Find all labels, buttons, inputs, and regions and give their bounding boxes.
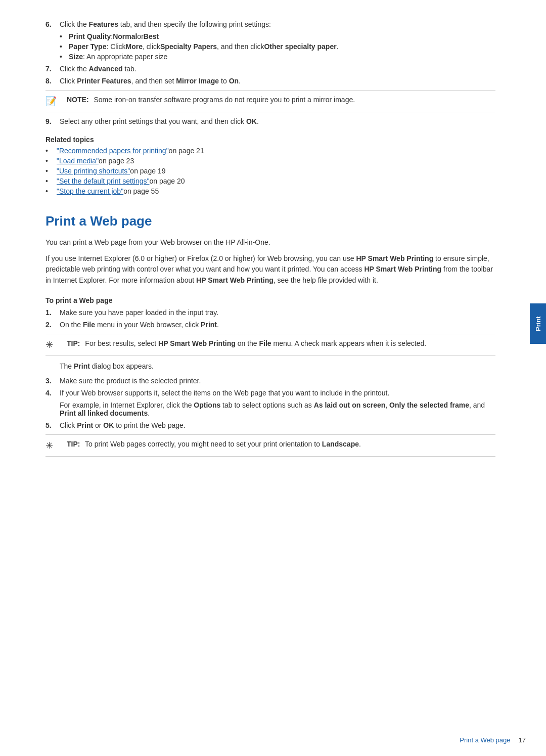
hp-smart-bold-3: HP Smart Web Printing <box>196 276 274 284</box>
options-bold: Options <box>194 401 220 409</box>
bullet-size: Size: An appropriate paper size <box>60 53 495 61</box>
proc-step-2-content: On the File menu in your Web browser, cl… <box>60 321 495 329</box>
related-suffix-5: on page 55 <box>123 187 159 195</box>
print-bold: Print <box>201 321 217 329</box>
file-tip-bold: File <box>259 339 271 347</box>
print-bold-2: Print <box>77 421 93 429</box>
bullet-paper-type: Paper Type: Click More, click Specialty … <box>60 42 495 51</box>
printer-features-bold: Printer Features <box>77 77 131 85</box>
proc-step-5: 5. Click Print or OK to print the Web pa… <box>46 421 495 429</box>
related-list: "Recommended papers for printing" on pag… <box>46 147 495 195</box>
related-item-5: "Stop the current job" on page 55 <box>46 187 495 195</box>
step-9-num: 9. <box>46 117 60 125</box>
as-laid-out-bold: As laid out on screen <box>314 401 386 409</box>
proc-step-1-num: 1. <box>46 308 60 317</box>
landscape-bold: Landscape <box>322 440 359 448</box>
note-box: 📝 NOTE: Some iron-on transfer software p… <box>46 90 495 112</box>
tip-2-label: TIP: <box>67 440 80 448</box>
footer-page: 17 <box>519 736 526 744</box>
step-8-num: 8. <box>46 77 60 85</box>
step-6-num: 6. <box>46 20 60 28</box>
related-link-2[interactable]: "Load media" <box>57 157 99 165</box>
tip-icon-2: ✳ <box>46 440 64 451</box>
step-9-content: Select any other print settings that you… <box>60 117 495 125</box>
tip-2-content: TIP: To print Web pages correctly, you m… <box>67 440 361 448</box>
on-bold: On <box>229 77 239 85</box>
proc-heading: To print a Web page <box>46 296 495 304</box>
file-bold: File <box>83 321 95 329</box>
related-item-4: "Set the default print settings" on page… <box>46 177 495 185</box>
proc-step-4-num: 4. <box>46 389 60 397</box>
proc-step-4: 4. If your Web browser supports it, sele… <box>46 389 495 397</box>
note-label: NOTE: <box>67 96 89 104</box>
step-6-bullets: Print Quality: Normal or Best Paper Type… <box>60 32 495 61</box>
related-topics-heading: Related topics <box>46 136 495 144</box>
related-link-1[interactable]: "Recommended papers for printing" <box>57 147 169 155</box>
related-link-4[interactable]: "Set the default print settings" <box>57 177 150 185</box>
proc-step-1-content: Make sure you have paper loaded in the i… <box>60 308 495 317</box>
proc-step-4b: For example, in Internet Explorer, click… <box>60 401 495 417</box>
normal-bold: Normal <box>113 32 137 40</box>
proc-step-2: 2. On the File menu in your Web browser,… <box>46 321 495 329</box>
tip-box-1: ✳ TIP: For best results, select HP Smart… <box>46 334 495 356</box>
proc-step-2-num: 2. <box>46 321 60 329</box>
note-text: Some iron-on transfer software programs … <box>94 96 355 104</box>
best-bold: Best <box>144 32 159 40</box>
specialty-papers-bold: Specialty Papers <box>160 42 217 51</box>
ok-bold-2: OK <box>103 421 114 429</box>
step-8-content: Click Printer Features, and then set Mir… <box>60 77 495 85</box>
step-8: 8. Click Printer Features, and then set … <box>46 77 495 85</box>
related-link-5[interactable]: "Stop the current job" <box>57 187 123 195</box>
section-para1: You can print a Web page from your Web b… <box>46 237 495 248</box>
footer-link[interactable]: Print a Web page <box>460 736 510 744</box>
related-item-3: "Use printing shortcuts" on page 19 <box>46 167 495 175</box>
tip-icon-1: ✳ <box>46 339 64 350</box>
step-7: 7. Click the Advanced tab. <box>46 65 495 73</box>
hp-smart-tip-bold: HP Smart Web Printing <box>158 339 236 347</box>
only-selected-bold: Only the selected frame <box>389 401 469 409</box>
size-bold: Size <box>69 53 83 61</box>
related-item-2: "Load media" on page 23 <box>46 157 495 165</box>
proc-step-4-content: If your Web browser supports it, select … <box>60 389 495 397</box>
section-para2: If you use Internet Explorer (6.0 or hig… <box>46 253 495 286</box>
proc-step-3-content: Make sure the product is the selected pr… <box>60 377 495 385</box>
print-all-bold: Print all linked documents <box>60 409 148 417</box>
mirror-image-bold: Mirror Image <box>176 77 219 85</box>
step-6-content: Click the Features tab, and then specify… <box>60 20 495 28</box>
features-bold: Features <box>89 20 118 28</box>
proc-step-1: 1. Make sure you have paper loaded in th… <box>46 308 495 317</box>
footer: Print a Web page 17 <box>0 736 546 744</box>
bullet-print-quality: Print Quality: Normal or Best <box>60 32 495 40</box>
related-suffix-3: on page 19 <box>130 167 165 175</box>
advanced-bold: Advanced <box>89 65 123 73</box>
proc-step-5-num: 5. <box>46 421 60 429</box>
note-icon: 📝 <box>46 96 64 107</box>
step-9: 9. Select any other print settings that … <box>46 117 495 125</box>
section-title: Print a Web page <box>46 213 495 229</box>
step-7-content: Click the Advanced tab. <box>60 65 495 73</box>
note-content: NOTE: Some iron-on transfer software pro… <box>67 96 355 104</box>
print-quality-bold: Print Quality <box>69 32 111 40</box>
proc-step-3: 3. Make sure the product is the selected… <box>46 377 495 385</box>
tip-box-2: ✳ TIP: To print Web pages correctly, you… <box>46 434 495 457</box>
tip-1-label: TIP: <box>67 339 80 347</box>
main-content: 6. Click the Features tab, and then spec… <box>46 0 495 492</box>
print-dialog-bold: Print <box>74 362 90 370</box>
other-specialty-bold: Other specialty paper <box>264 42 336 51</box>
related-item-1: "Recommended papers for printing" on pag… <box>46 147 495 155</box>
step-6: 6. Click the Features tab, and then spec… <box>46 20 495 28</box>
hp-smart-bold-2: HP Smart Web Printing <box>364 265 441 273</box>
paper-type-bold: Paper Type <box>69 42 106 51</box>
related-suffix-2: on page 23 <box>99 157 134 165</box>
tip-1-content: TIP: For best results, select HP Smart W… <box>67 339 426 347</box>
proc-step-5-content: Click Print or OK to print the Web page. <box>60 421 495 429</box>
hp-smart-bold-1: HP Smart Web Printing <box>356 254 433 262</box>
related-suffix-4: on page 20 <box>150 177 185 185</box>
print-dialog-note: The Print dialog box appears. <box>60 361 495 372</box>
proc-step-3-num: 3. <box>46 377 60 385</box>
more-bold: More <box>126 42 143 51</box>
step-7-num: 7. <box>46 65 60 73</box>
sidebar-tab: Print <box>530 303 546 344</box>
related-suffix-1: on page 21 <box>169 147 204 155</box>
related-link-3[interactable]: "Use printing shortcuts" <box>57 167 130 175</box>
